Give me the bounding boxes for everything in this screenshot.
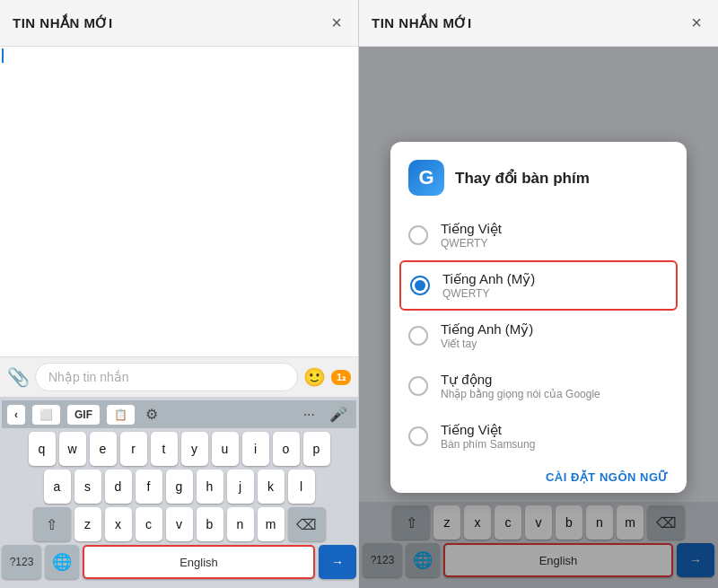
keyboard-row-3: ⇧ z x c v b n m ⌫ [2, 507, 356, 541]
option-tieng-viet-samsung[interactable]: Tiếng Việt Bàn phím Samsung [390, 411, 687, 461]
left-close-button[interactable]: × [328, 9, 346, 37]
back-toolbar-btn[interactable]: ‹ [7, 405, 25, 425]
keyboard: ‹ ⬜ GIF 📋 ⚙ ··· 🎤 q w e r t y u i o p a … [0, 397, 358, 588]
key-enter[interactable]: → [319, 545, 356, 579]
option-text-tieng-viet: Tiếng Việt QWERTY [441, 221, 502, 250]
radio-tieng-viet-samsung [408, 426, 428, 446]
key-g[interactable]: g [166, 470, 193, 504]
settings-toolbar-icon[interactable]: ⚙ [142, 404, 162, 425]
key-n[interactable]: n [227, 507, 254, 541]
key-z[interactable]: z [74, 507, 101, 541]
keyboard-toolbar: ‹ ⬜ GIF 📋 ⚙ ··· 🎤 [2, 400, 356, 428]
radio-tieng-anh-viet-tay [408, 326, 428, 346]
option-sub-tieng-anh: QWERTY [442, 287, 535, 300]
option-text-viet-tay: Tiếng Anh (Mỹ) Viết tay [441, 321, 533, 350]
key-globe[interactable]: 🌐 [45, 545, 79, 579]
option-sub-tieng-viet: QWERTY [441, 237, 502, 250]
badge-icon[interactable]: 1₂ [331, 370, 351, 385]
key-t[interactable]: t [151, 432, 178, 466]
key-lang-english[interactable]: English [83, 545, 315, 579]
more-toolbar-icon[interactable]: ··· [300, 405, 319, 425]
mic-toolbar-icon[interactable]: 🎤 [326, 404, 351, 425]
install-language-button[interactable]: CÀI ĐẶT NGÔN NGỮ [546, 470, 669, 484]
option-text-tu-dong: Tự động Nhập bằng giọng nói của Google [441, 372, 600, 400]
keyboard-change-dialog: G Thay đổi bàn phím Tiếng Việt QWERTY [390, 142, 687, 493]
radio-tieng-viet-qwerty [408, 225, 428, 245]
option-sub-viet-tay: Viết tay [441, 338, 533, 350]
option-label-tu-dong: Tự động [441, 372, 600, 388]
key-q[interactable]: q [29, 432, 56, 466]
left-message-area [0, 47, 358, 356]
key-numbers[interactable]: ?123 [2, 545, 41, 579]
key-c[interactable]: c [136, 507, 162, 541]
dialog-options: Tiếng Việt QWERTY Tiếng Anh (Mỹ) QWERTY [390, 210, 687, 461]
key-e[interactable]: e [90, 432, 117, 466]
right-content-area: G Thay đổi bàn phím Tiếng Việt QWERTY [359, 47, 718, 588]
key-x[interactable]: x [105, 507, 132, 541]
key-m[interactable]: m [258, 507, 285, 541]
key-d[interactable]: d [105, 470, 132, 504]
key-u[interactable]: u [212, 432, 239, 466]
right-header-title: TIN NHẮN MỚI [372, 15, 472, 31]
key-backspace[interactable]: ⌫ [288, 507, 326, 541]
key-f[interactable]: f [136, 470, 162, 504]
key-k[interactable]: k [258, 470, 285, 504]
radio-inner-tieng-anh-qwerty [415, 280, 425, 291]
gif-toolbar-btn[interactable]: GIF [67, 405, 100, 425]
gboard-icon: G [408, 160, 444, 196]
option-tieng-anh-qwerty[interactable]: Tiếng Anh (Mỹ) QWERTY [399, 260, 678, 311]
option-label-samsung: Tiếng Việt [441, 422, 535, 438]
clipboard-toolbar-btn[interactable]: 📋 [107, 405, 135, 425]
dialog-header: G Thay đổi bàn phím [390, 160, 687, 210]
message-placeholder: Nhập tin nhắn [48, 370, 129, 384]
key-a[interactable]: a [44, 470, 71, 504]
keyboard-row-1: q w e r t y u i o p [2, 432, 356, 466]
option-label-tieng-anh: Tiếng Anh (Mỹ) [442, 271, 535, 287]
dialog-title: Thay đổi bàn phím [455, 169, 590, 188]
keyboard-row-2: a s d f g h j k l [2, 470, 356, 504]
option-sub-samsung: Bàn phím Samsung [441, 438, 535, 451]
key-w[interactable]: w [59, 432, 86, 466]
left-message-input-bar: 📎 Nhập tin nhắn 🙂 1₂ [0, 356, 358, 397]
key-y[interactable]: y [181, 432, 208, 466]
key-shift[interactable]: ⇧ [33, 507, 71, 541]
copy-toolbar-btn[interactable]: ⬜ [32, 405, 60, 425]
left-header: TIN NHẮN MỚI × [0, 0, 358, 47]
key-l[interactable]: l [288, 470, 315, 504]
key-i[interactable]: i [242, 432, 269, 466]
key-j[interactable]: j [227, 470, 254, 504]
option-tieng-anh-viet-tay[interactable]: Tiếng Anh (Mỹ) Viết tay [390, 311, 687, 361]
option-sub-tu-dong: Nhập bằng giọng nói của Google [441, 388, 600, 400]
dialog-footer: CÀI ĐẶT NGÔN NGỮ [390, 461, 687, 493]
option-label-viet-tay: Tiếng Anh (Mỹ) [441, 321, 533, 338]
option-label-tieng-viet: Tiếng Việt [441, 221, 502, 237]
gboard-icon-label: G [418, 166, 433, 189]
radio-tu-dong [408, 376, 428, 396]
key-o[interactable]: o [273, 432, 300, 466]
option-tieng-viet-qwerty[interactable]: Tiếng Việt QWERTY [390, 210, 687, 260]
key-s[interactable]: s [74, 470, 101, 504]
keyboard-row-bottom: ?123 🌐 English → [2, 545, 356, 579]
cursor [2, 48, 4, 63]
message-input[interactable]: Nhập tin nhắn [35, 363, 298, 391]
key-p[interactable]: p [303, 432, 330, 466]
right-phone-panel: TIN NHẮN MỚI × G Thay đổi bàn phím Tiếng… [359, 0, 718, 588]
attach-icon[interactable]: 📎 [7, 366, 30, 388]
left-header-title: TIN NHẮN MỚI [13, 15, 113, 31]
key-b[interactable]: b [197, 507, 223, 541]
option-text-samsung: Tiếng Việt Bàn phím Samsung [441, 422, 535, 451]
key-v[interactable]: v [166, 507, 193, 541]
option-text-tieng-anh: Tiếng Anh (Mỹ) QWERTY [442, 271, 535, 300]
right-close-button[interactable]: × [687, 9, 705, 37]
radio-tieng-anh-qwerty [410, 276, 430, 295]
left-phone-panel: TIN NHẮN MỚI × 📎 Nhập tin nhắn 🙂 1₂ ‹ ⬜ … [0, 0, 359, 588]
option-tu-dong[interactable]: Tự động Nhập bằng giọng nói của Google [390, 361, 687, 411]
key-h[interactable]: h [197, 470, 223, 504]
key-r[interactable]: r [120, 432, 147, 466]
right-header: TIN NHẮN MỚI × [359, 0, 718, 47]
dialog-overlay: G Thay đổi bàn phím Tiếng Việt QWERTY [359, 47, 718, 588]
emoji-icon[interactable]: 🙂 [303, 366, 326, 388]
